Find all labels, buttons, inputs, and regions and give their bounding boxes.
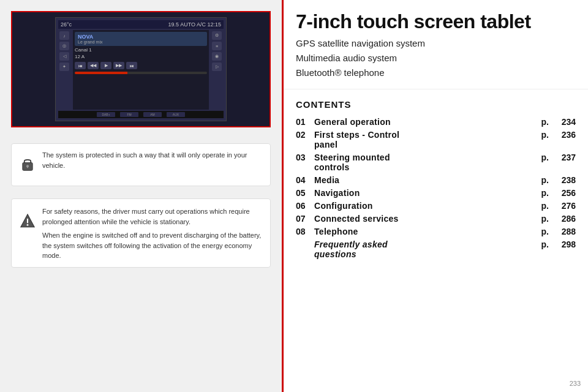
warning-info-text-2: When the engine is switched off and to p…	[42, 230, 263, 261]
toc-p-label-2: p.	[541, 153, 549, 162]
device-image: 26°c 19.5 AUTO A/C 12:15 ♪ ◎ ◁ ✦ NOVA Le…	[11, 11, 271, 127]
toc-page-6: 286	[554, 214, 576, 224]
screen-icon-4: ✦	[59, 62, 69, 71]
svg-rect-2	[27, 166, 28, 168]
screen-controls: ⏮ ◀◀ ▶ ▶▶ ⏭	[75, 62, 207, 69]
screen-top-bar: 26°c 19.5 AUTO A/C 12:15	[58, 20, 224, 29]
toc-row-3: 04Mediap.238	[296, 175, 576, 185]
screen-icon-list[interactable]: ≡	[212, 42, 222, 50]
toc-row-8: Frequently asked questionsp.298	[296, 239, 576, 259]
right-panel: 7-inch touch screen tablet GPS satellite…	[282, 0, 588, 392]
toc-p-label-4: p.	[541, 188, 549, 198]
toc-title-3: Media	[314, 175, 425, 185]
toc-number-0: 01	[296, 117, 314, 127]
toc-p-label-8: p.	[541, 239, 549, 249]
toc-row-1: 02First steps - Control panelp.236	[296, 130, 576, 149]
toc-page-5: 276	[554, 201, 576, 211]
main-title: 7-inch touch screen tablet	[296, 11, 576, 32]
contents-section: CONTENTS 01General operationp.23402First…	[284, 89, 588, 374]
toc-row-6: 07Connected servicesp.286	[296, 214, 576, 224]
toc-p-label-7: p.	[541, 227, 549, 236]
screen-bottom-bar: DAB+ FM AM AUX	[58, 111, 224, 118]
screen-bottom-btn-4[interactable]: AUX	[167, 112, 185, 117]
lock-icon	[18, 155, 37, 175]
toc-title-5: Configuration	[314, 201, 425, 211]
screen-icon-1: ♪	[59, 31, 69, 40]
toc-page-4: 256	[554, 188, 576, 198]
screen-left-icons: ♪ ◎ ◁ ✦	[58, 30, 72, 110]
screen-station-box: NOVA Le grand mix	[75, 32, 207, 46]
screen-progress-fill	[75, 72, 127, 74]
toc-row-7: 08Telephonep.288	[296, 227, 576, 236]
toc-table: 01General operationp.23402First steps - …	[296, 117, 576, 259]
svg-point-4	[27, 224, 29, 226]
subtitle-multimedia: Multimedia audio system	[296, 51, 576, 66]
toc-number-1: 02	[296, 130, 314, 140]
toc-title-0: General operation	[314, 117, 425, 127]
toc-title-1: First steps - Control panel	[314, 130, 425, 149]
toc-p-label-3: p.	[541, 175, 549, 185]
screen-station-sub: Le grand mix	[78, 40, 204, 44]
screen-right-icons: ⚙ ≡ ◉ ▷	[210, 30, 224, 110]
screen-bottom-btn-3[interactable]: AM	[143, 112, 162, 117]
device-screen: 26°c 19.5 AUTO A/C 12:15 ♪ ◎ ◁ ✦ NOVA Le…	[55, 17, 227, 121]
contents-heading: CONTENTS	[296, 99, 576, 110]
screen-channel: Canal 1	[75, 47, 207, 53]
subtitle-lines: GPS satellite navigation system Multimed…	[296, 36, 576, 80]
warning-info-box: For safety reasons, the driver must carr…	[11, 198, 271, 268]
left-panel: 26°c 19.5 AUTO A/C 12:15 ♪ ◎ ◁ ✦ NOVA Le…	[0, 0, 282, 392]
toc-row-4: 05Navigationp.256	[296, 188, 576, 198]
screen-btn-play[interactable]: ▶	[100, 62, 111, 69]
screen-icon-radio[interactable]: ◉	[212, 52, 222, 61]
subtitle-bluetooth: Bluetooth® telephone	[296, 66, 576, 80]
lock-info-text: The system is protected in such a way th…	[42, 150, 263, 170]
lock-info-box: The system is protected in such a way th…	[11, 143, 271, 186]
screen-temp: 26°c	[61, 21, 72, 28]
screen-progress-bar	[75, 72, 207, 74]
toc-p-label-0: p.	[541, 117, 549, 127]
toc-number-2: 03	[296, 153, 314, 162]
toc-page-7: 288	[554, 227, 576, 236]
toc-row-2: 03Steering mounted controlsp.237	[296, 153, 576, 172]
screen-btn-next[interactable]: ⏭	[126, 62, 137, 69]
toc-page-3: 238	[554, 175, 576, 185]
screen-btn-prev[interactable]: ⏮	[75, 62, 86, 69]
screen-icon-2: ◎	[59, 42, 69, 50]
screen-station-name: NOVA	[78, 34, 204, 40]
screen-btn-rew[interactable]: ◀◀	[88, 62, 99, 69]
warning-icon	[18, 211, 37, 231]
toc-number-7: 08	[296, 227, 314, 236]
warning-info-text-1: For safety reasons, the driver must carr…	[42, 206, 263, 227]
toc-page-2: 237	[554, 153, 576, 162]
toc-title-7: Telephone	[314, 227, 425, 236]
toc-title-6: Connected services	[314, 214, 425, 224]
toc-p-label-6: p.	[541, 214, 549, 224]
screen-icon-3: ◁	[59, 52, 69, 61]
toc-row-0: 01General operationp.234	[296, 117, 576, 127]
toc-title-2: Steering mounted controls	[314, 153, 425, 172]
title-section: 7-inch touch screen tablet GPS satellite…	[284, 0, 588, 89]
toc-number-5: 06	[296, 201, 314, 211]
screen-current: 12 A	[75, 54, 207, 59]
toc-number-6: 07	[296, 214, 314, 224]
screen-btn-fwd[interactable]: ▶▶	[113, 62, 124, 69]
toc-title-4: Navigation	[314, 188, 425, 198]
screen-icon-media[interactable]: ▷	[212, 62, 222, 71]
toc-title-8: Frequently asked questions	[314, 239, 425, 259]
subtitle-gps: GPS satellite navigation system	[296, 36, 576, 51]
toc-p-label-1: p.	[541, 130, 549, 140]
svg-rect-3	[27, 219, 28, 224]
toc-number-3: 04	[296, 175, 314, 185]
toc-page-0: 234	[554, 117, 576, 127]
screen-icon-settings[interactable]: ⚙	[212, 31, 222, 40]
toc-row-5: 06Configurationp.276	[296, 201, 576, 211]
screen-bottom-btn-1[interactable]: DAB+	[97, 112, 115, 117]
page-number: 233	[570, 380, 581, 387]
toc-page-1: 236	[554, 130, 576, 140]
toc-p-label-5: p.	[541, 201, 549, 211]
screen-info: 19.5 AUTO A/C 12:15	[168, 21, 221, 28]
toc-page-8: 298	[554, 239, 576, 249]
screen-main-content: NOVA Le grand mix Canal 1 12 A ⏮ ◀◀ ▶ ▶▶…	[73, 30, 209, 110]
toc-number-4: 05	[296, 188, 314, 198]
screen-bottom-btn-2[interactable]: FM	[120, 112, 138, 117]
